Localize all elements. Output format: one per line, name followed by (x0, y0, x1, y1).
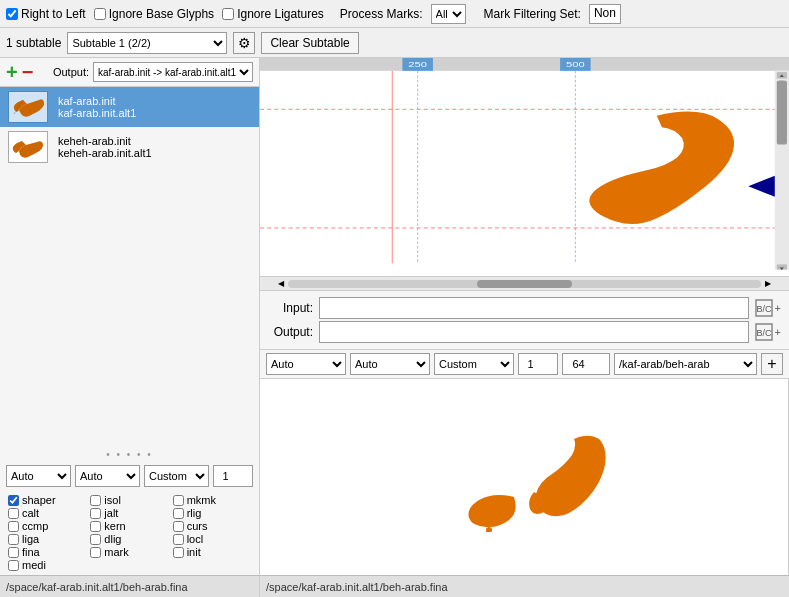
zoom-custom-select[interactable]: Custom (434, 353, 514, 375)
output-field[interactable]: kaf-arab.init.alt1 (319, 321, 749, 343)
output-row: Output: kaf-arab.init.alt1 B/C + (268, 321, 781, 343)
right-to-left-label: Right to Left (21, 7, 86, 21)
add-path-button[interactable]: + (761, 353, 783, 375)
feature-label-fina: fina (22, 546, 40, 558)
right-panel: 250 500 (260, 58, 789, 597)
feature-checkbox-rlig[interactable] (173, 508, 184, 519)
auto-select-1[interactable]: Auto (6, 465, 71, 487)
feature-checkbox-calt[interactable] (8, 508, 19, 519)
process-marks-select[interactable]: All (431, 4, 466, 24)
svg-rect-2 (260, 58, 789, 71)
feature-checkbox-fina[interactable] (8, 547, 19, 558)
mark-filtering-set-label: Mark Filtering Set: (484, 7, 581, 21)
feature-checkbox-jalt[interactable] (90, 508, 101, 519)
zoom-auto-select-2[interactable]: Auto (350, 353, 430, 375)
input-icon[interactable]: B/C + (755, 299, 781, 317)
feature-label-locl: locl (187, 533, 204, 545)
h-scroll-thumb[interactable] (477, 280, 572, 288)
subtable-select[interactable]: Subtable 1 (2/2) (67, 32, 227, 54)
feature-label-rlig: rlig (187, 507, 202, 519)
svg-point-25 (486, 527, 492, 532)
custom-select[interactable]: Custom (144, 465, 209, 487)
canvas-svg: 250 500 (260, 58, 789, 276)
feature-checkbox-locl[interactable] (173, 534, 184, 545)
clear-subtable-button[interactable]: Clear Subtable (261, 32, 358, 54)
status-bar-text: /space/kaf-arab.init.alt1/beh-arab.fina (266, 581, 448, 593)
glyph-name-1: keheh-arab.init (58, 135, 152, 147)
feature-item-jalt: jalt (90, 507, 168, 519)
ignore-base-glyphs-checkbox[interactable] (94, 8, 106, 20)
feature-checkbox-init[interactable] (173, 547, 184, 558)
feature-item-liga: liga (8, 533, 86, 545)
subtable-settings-button[interactable]: ⚙ (233, 32, 255, 54)
feature-item-medi: medi (8, 559, 86, 571)
status-text: /space/kaf-arab.init.alt1/beh-arab.fina (6, 581, 188, 593)
feature-checkbox-medi[interactable] (8, 560, 19, 571)
svg-text:▲: ▲ (778, 73, 785, 78)
glyph-item[interactable]: keheh-arab.init keheh-arab.init.alt1 (0, 127, 259, 167)
svg-text:B/C: B/C (756, 304, 772, 314)
step-input[interactable] (518, 353, 558, 375)
feature-label-curs: curs (187, 520, 208, 532)
feature-label-medi: medi (22, 559, 46, 571)
feature-item-isol: isol (90, 494, 168, 506)
feature-checkbox-ccmp[interactable] (8, 521, 19, 532)
zoom-auto-select-1[interactable]: Auto (266, 353, 346, 375)
process-marks-label: Process Marks: (340, 7, 423, 21)
feature-item-fina: fina (8, 546, 86, 558)
scroll-right-arrow[interactable]: ▶ (761, 277, 775, 291)
bottom-status-bar: /space/kaf-arab.init.alt1/beh-arab.fina (0, 575, 259, 597)
feature-checkbox-liga[interactable] (8, 534, 19, 545)
ignore-ligatures-checkbox-label[interactable]: Ignore Ligatures (222, 7, 324, 21)
add-glyph-button[interactable]: + (6, 62, 18, 82)
io-section: Input: kaf-arab.init B/C + Output: kaf-a… (260, 290, 789, 349)
canvas-area: 250 500 (260, 58, 789, 276)
features-section: shaperisolmkmkcaltjaltrligccmpkerncursli… (0, 490, 259, 575)
feature-label-shaper: shaper (22, 494, 56, 506)
scroll-left-arrow[interactable]: ◀ (274, 277, 288, 291)
glyph-name-2: kaf-arab.init.alt1 (58, 107, 136, 119)
mark-filtering-value: Non (589, 4, 621, 24)
feature-label-isol: isol (104, 494, 121, 506)
glyph-item[interactable]: kaf-arab.init kaf-arab.init.alt1 (0, 87, 259, 127)
feature-label-mark: mark (104, 546, 128, 558)
feature-checkbox-curs[interactable] (173, 521, 184, 532)
row-controls: Auto Auto Custom 1 (0, 462, 259, 490)
feature-item-shaper: shaper (8, 494, 86, 506)
output-icon[interactable]: B/C + (755, 323, 781, 341)
left-panel: + − Output: kaf-arab.init -> kaf-arab.in… (0, 58, 260, 597)
feature-label-init: init (187, 546, 201, 558)
feature-checkbox-mark[interactable] (90, 547, 101, 558)
auto-select-2[interactable]: Auto (75, 465, 140, 487)
zoom-input[interactable]: 64 (562, 353, 610, 375)
feature-label-jalt: jalt (104, 507, 118, 519)
feature-label-liga: liga (22, 533, 39, 545)
glyph-names: keheh-arab.init keheh-arab.init.alt1 (58, 135, 152, 159)
glyph-preview-icon (8, 91, 48, 123)
feature-item-rlig: rlig (173, 507, 251, 519)
glyph-preview-icon (8, 131, 48, 163)
right-to-left-checkbox-label[interactable]: Right to Left (6, 7, 86, 21)
feature-checkbox-isol[interactable] (90, 495, 101, 506)
feature-checkbox-kern[interactable] (90, 521, 101, 532)
h-scrollbar[interactable]: ◀ ▶ (260, 276, 789, 290)
svg-text:250: 250 (408, 61, 427, 69)
glyph-list-header: + − Output: kaf-arab.init -> kaf-arab.in… (0, 58, 259, 87)
remove-glyph-button[interactable]: − (22, 62, 34, 82)
ignore-base-glyphs-checkbox-label[interactable]: Ignore Base Glyphs (94, 7, 214, 21)
feature-checkbox-mkmk[interactable] (173, 495, 184, 506)
output-io-label: Output: (268, 325, 313, 339)
drag-handle[interactable]: • • • • • (0, 447, 259, 462)
feature-checkbox-shaper[interactable] (8, 495, 19, 506)
h-scroll-track[interactable] (288, 280, 761, 288)
top-toolbar: Right to Left Ignore Base Glyphs Ignore … (0, 0, 789, 28)
output-select[interactable]: kaf-arab.init -> kaf-arab.init.alt1 (93, 62, 253, 82)
ignore-ligatures-checkbox[interactable] (222, 8, 234, 20)
feature-checkbox-dlig[interactable] (90, 534, 101, 545)
path-select[interactable]: /kaf-arab/beh-arab (614, 353, 757, 375)
number-input[interactable]: 1 (213, 465, 253, 487)
input-field[interactable]: kaf-arab.init (319, 297, 749, 319)
feature-item-mkmk: mkmk (173, 494, 251, 506)
second-toolbar: 1 subtable Subtable 1 (2/2) ⚙ Clear Subt… (0, 28, 789, 58)
right-to-left-checkbox[interactable] (6, 8, 18, 20)
